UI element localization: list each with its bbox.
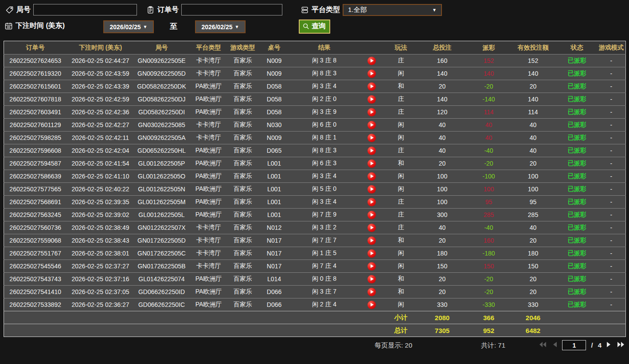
cell-status: 已派彩 (557, 144, 597, 157)
cell-total-bet: 40 (416, 221, 469, 234)
last-page-button[interactable] (617, 341, 625, 349)
replay-play-icon[interactable] (367, 134, 376, 142)
replay-play-icon[interactable] (367, 262, 376, 271)
first-page-button[interactable] (539, 341, 547, 349)
cell-game-no: GD065262250HL (134, 144, 189, 157)
replay-play-icon[interactable] (367, 57, 376, 65)
table-header-row: 订单号下注时间 (美东)局号平台类型游戏类型桌号结果玩法总投注派彩有效投注额状态… (4, 41, 626, 54)
cell-total-bet: 20 (416, 234, 469, 247)
replay-play-icon[interactable] (367, 198, 376, 206)
replay-play-icon[interactable] (367, 159, 376, 168)
cell-game-no: GN0172622505C (134, 247, 189, 260)
cell-result: 闲 2 庄 0 (291, 93, 358, 106)
tag-icon (5, 6, 14, 14)
cell-game-type: 百家乐 (228, 157, 258, 170)
next-page-button[interactable] (606, 341, 612, 349)
cell-total-bet: 330 (416, 298, 469, 311)
replay-play-icon[interactable] (367, 108, 376, 116)
grand-total-payout: 952 (469, 324, 509, 337)
prev-page-button[interactable] (552, 341, 557, 349)
cell-replay (358, 54, 386, 67)
cell-game-type: 百家乐 (228, 209, 258, 221)
replay-play-icon[interactable] (367, 275, 376, 283)
cell-status: 已派彩 (557, 132, 597, 144)
cell-bet-time: 2026-02-25 02:43:59 (67, 67, 134, 80)
cell-total-bet: 100 (416, 170, 469, 183)
cell-payout: 114 (469, 106, 509, 119)
cell-bet-time: 2026-02-25 02:42:11 (67, 132, 134, 144)
cell-bet-time: 2026-02-25 02:38:43 (67, 234, 134, 247)
page-number-input[interactable] (562, 340, 586, 350)
cell-total-bet: 40 (416, 119, 469, 132)
order-no-field: 订单号 (146, 4, 282, 15)
cell-game-type: 百家乐 (228, 196, 258, 209)
cell-game-no: GN0172622505B (134, 260, 189, 273)
replay-play-icon[interactable] (367, 301, 376, 309)
cell-status: 已派彩 (557, 247, 597, 260)
order-no-input[interactable] (181, 4, 282, 15)
replay-play-icon[interactable] (367, 249, 376, 258)
cell-valid-bet: 140 (509, 93, 557, 106)
cell-total-bet: 20 (416, 286, 469, 298)
cell-payout: -20 (469, 273, 509, 286)
table-row: 260225027619320 2026-02-25 02:43:59 GN00… (4, 67, 626, 80)
cell-order-no: 260225027533892 (4, 298, 67, 311)
cell-game-type: 百家乐 (228, 247, 258, 260)
date-to-select[interactable]: 2026/02/25 ▼ (195, 20, 246, 33)
table-row: 260225027533892 2026-02-25 02:36:27 GD06… (4, 298, 626, 311)
cell-game-type: 百家乐 (228, 119, 258, 132)
replay-play-icon[interactable] (367, 82, 376, 91)
cell-game-type: 百家乐 (228, 183, 258, 196)
column-header-valid-bet: 有效投注额 (509, 41, 557, 54)
cell-bet-time: 2026-02-25 02:38:01 (67, 247, 134, 260)
cell-total-bet: 160 (416, 54, 469, 67)
cell-game-mode: - (597, 132, 626, 144)
cell-valid-bet: 40 (509, 132, 557, 144)
cell-order-no: 260225027541410 (4, 286, 67, 298)
replay-play-icon[interactable] (367, 172, 376, 181)
cell-replay (358, 157, 386, 170)
replay-play-icon[interactable] (367, 147, 376, 155)
replay-play-icon[interactable] (367, 70, 376, 78)
cell-replay (358, 80, 386, 93)
cell-result: 闲 3 庄 8 (291, 54, 358, 67)
cell-valid-bet: 20 (509, 80, 557, 93)
cell-replay (358, 119, 386, 132)
replay-play-icon[interactable] (367, 236, 376, 245)
cell-game-mode: - (597, 54, 626, 67)
cell-game-mode: - (597, 209, 626, 221)
column-header-bet-time: 下注时间 (美东) (67, 41, 134, 54)
cell-play: 闲 (386, 67, 416, 80)
subtotal-total-bet: 2080 (416, 311, 469, 324)
cell-play: 庄 (386, 106, 416, 119)
cell-game-mode: - (597, 196, 626, 209)
cell-status: 已派彩 (557, 157, 597, 170)
column-header-order-no: 订单号 (4, 41, 67, 54)
cell-platform-type: 卡卡湾厅 (189, 132, 228, 144)
replay-play-icon[interactable] (367, 185, 376, 194)
cell-payout: 95 (469, 196, 509, 209)
cell-payout: -40 (469, 144, 509, 157)
cell-valid-bet: 40 (509, 221, 557, 234)
replay-play-icon[interactable] (367, 211, 376, 219)
cell-order-no: 260225027607818 (4, 93, 67, 106)
cell-game-no: GD058262250DI (134, 106, 189, 119)
search-button[interactable]: 查询 (299, 19, 330, 34)
order-no-label: 订单号 (157, 5, 179, 15)
date-from-select[interactable]: 2026/02/25 ▼ (103, 20, 154, 33)
cell-play: 庄 (386, 221, 416, 234)
platform-type-select[interactable]: 1.全部 ▼ (343, 4, 442, 16)
cell-replay (358, 106, 386, 119)
replay-play-icon[interactable] (367, 121, 376, 129)
cell-table-no: L001 (258, 170, 291, 183)
cell-table-no: D065 (258, 144, 291, 157)
cell-game-mode: - (597, 93, 626, 106)
game-no-input[interactable] (33, 4, 137, 15)
cell-bet-time: 2026-02-25 02:41:10 (67, 170, 134, 183)
cell-status: 已派彩 (557, 298, 597, 311)
cell-platform-type: PA欧洲厅 (189, 196, 228, 209)
replay-play-icon[interactable] (367, 95, 376, 104)
replay-play-icon[interactable] (367, 224, 376, 232)
replay-play-icon[interactable] (367, 288, 376, 296)
cell-table-no: D066 (258, 286, 291, 298)
